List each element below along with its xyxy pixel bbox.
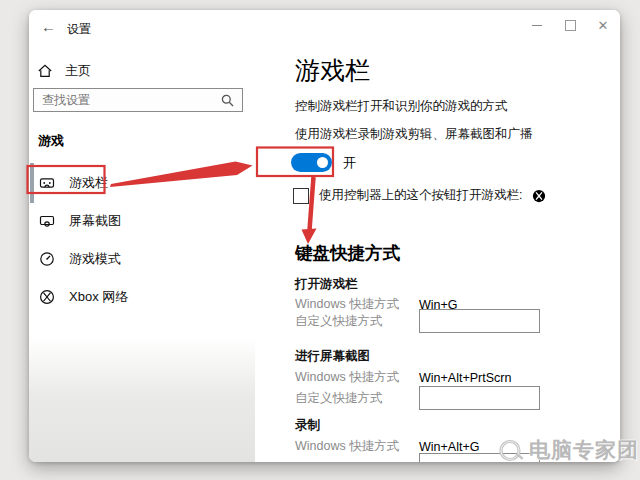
- xbox-button-icon: [532, 189, 546, 203]
- search-icon: [220, 93, 235, 108]
- toggle-knob: [317, 157, 328, 168]
- shortcut-group-name: 录制: [295, 417, 320, 434]
- maximize-button[interactable]: [553, 10, 587, 40]
- sidebar-item-xbox-networking[interactable]: Xbox 网络: [29, 278, 255, 316]
- shortcut-row: [295, 453, 540, 462]
- toggle-row: 开: [291, 153, 356, 172]
- shortcut-group-name: 打开游戏栏: [295, 276, 358, 293]
- custom-shortcut-input[interactable]: [419, 453, 540, 462]
- home-icon: [37, 63, 53, 79]
- titlebar: ← 设置 ✕: [29, 10, 620, 46]
- xbox-icon: [39, 289, 55, 305]
- sidebar-item-label: Xbox 网络: [69, 288, 128, 306]
- sidebar: 主页 游戏 游戏栏: [29, 46, 255, 462]
- settings-window: ← 设置 ✕ 主页 游戏: [29, 10, 620, 462]
- shortcut-value: Win+Alt+G: [419, 440, 479, 454]
- search-box[interactable]: [33, 88, 243, 112]
- shortcut-row: 自定义快捷方式: [295, 309, 540, 333]
- sidebar-item-label: 屏幕截图: [69, 212, 121, 230]
- toggle-description: 使用游戏栏录制游戏剪辑、屏幕截图和广播: [295, 126, 533, 143]
- controller-checkbox[interactable]: [293, 188, 309, 204]
- game-bar-icon: [39, 175, 55, 191]
- shortcut-label: Windows 快捷方式: [295, 369, 419, 386]
- custom-shortcut-input[interactable]: [419, 309, 540, 333]
- game-mode-icon: [39, 251, 55, 267]
- custom-shortcut-input[interactable]: [419, 386, 540, 410]
- sidebar-item-game-bar[interactable]: 游戏栏: [29, 164, 255, 202]
- sidebar-item-label: 游戏栏: [69, 174, 108, 192]
- minimize-icon: [532, 25, 542, 26]
- shortcut-row: 自定义快捷方式: [295, 386, 540, 410]
- controller-checkbox-label: 使用控制器上的这个按钮打开游戏栏:: [319, 187, 522, 204]
- sidebar-nav: 游戏栏 屏幕截图 游戏模式: [29, 164, 255, 316]
- sidebar-item-captures[interactable]: 屏幕截图: [29, 202, 255, 240]
- captures-icon: [39, 213, 55, 229]
- scrollbar-thumb[interactable]: [30, 163, 34, 203]
- maximize-icon: [565, 20, 576, 31]
- sidebar-item-game-mode[interactable]: 游戏模式: [29, 240, 255, 278]
- search-input[interactable]: [34, 93, 220, 107]
- sidebar-item-home[interactable]: 主页: [37, 62, 91, 80]
- shortcuts-section-title: 键盘快捷方式: [295, 241, 400, 265]
- close-icon: ✕: [598, 19, 609, 32]
- sidebar-group-header: 游戏: [38, 132, 64, 150]
- page-title: 游戏栏: [295, 54, 370, 87]
- shortcut-value: Win+Alt+PrtScrn: [419, 371, 511, 385]
- back-arrow-icon[interactable]: ←: [41, 18, 56, 35]
- sidebar-home-label: 主页: [65, 62, 91, 80]
- page-description: 控制游戏栏打开和识别你的游戏的方式: [295, 98, 508, 115]
- main-content: 游戏栏 控制游戏栏打开和识别你的游戏的方式 使用游戏栏录制游戏剪辑、屏幕截图和广…: [255, 46, 620, 462]
- sidebar-item-label: 游戏模式: [69, 250, 121, 268]
- shortcut-group-name: 进行屏幕截图: [295, 348, 370, 365]
- shortcut-row: Windows 快捷方式 Win+Alt+PrtScrn: [295, 369, 511, 386]
- toggle-state-label: 开: [343, 154, 356, 172]
- close-button[interactable]: ✕: [586, 10, 620, 40]
- shortcut-label: 自定义快捷方式: [295, 390, 419, 407]
- game-bar-toggle[interactable]: [291, 153, 332, 172]
- controller-checkbox-row: 使用控制器上的这个按钮打开游戏栏:: [293, 187, 546, 204]
- window-title: 设置: [67, 21, 91, 38]
- minimize-button[interactable]: [520, 10, 554, 40]
- shortcut-label: 自定义快捷方式: [295, 313, 419, 330]
